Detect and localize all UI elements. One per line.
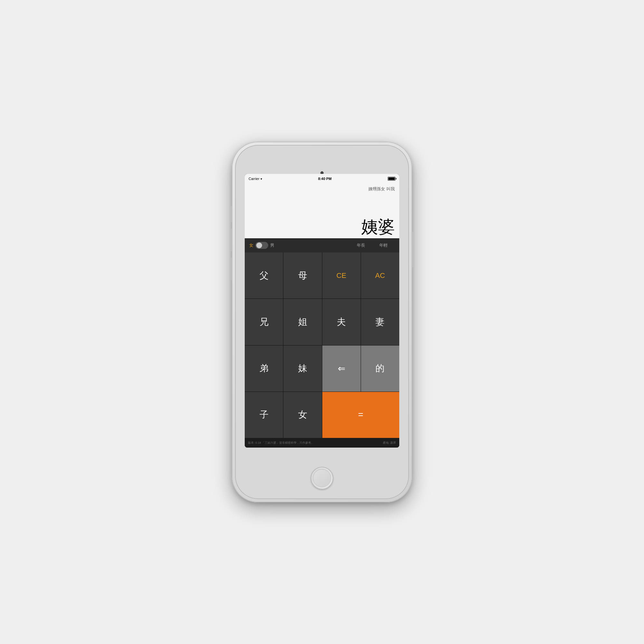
btn-elder-brother[interactable]: 兄 (245, 299, 283, 345)
relationship-path: 姨甥孫女 叫我 (249, 186, 395, 192)
btn-younger-brother[interactable]: 弟 (245, 346, 283, 392)
volume-up-button[interactable] (230, 229, 232, 251)
female-label: 女 (249, 242, 253, 248)
toggle-knob (256, 242, 262, 248)
btn-husband[interactable]: 夫 (322, 299, 361, 345)
btn-backspace[interactable]: ⇐ (322, 346, 361, 392)
young-label: 年輕 (372, 242, 395, 248)
phone-device: Carrier ▾ 8:40 PM 姨甥孫女 叫我 姨婆 女 男 年長 年輕 (232, 142, 412, 502)
btn-ce[interactable]: CE (322, 252, 361, 298)
screen: Carrier ▾ 8:40 PM 姨甥孫女 叫我 姨婆 女 男 年長 年輕 (245, 174, 399, 448)
footer-left-text: 版本: 0.18 「三姑六婆」並非精密科學，只作參考。 (248, 441, 314, 445)
battery-fill (388, 177, 395, 180)
control-bar: 女 男 年長 年輕 (245, 238, 399, 252)
btn-son[interactable]: 子 (245, 392, 283, 438)
btn-father[interactable]: 父 (245, 252, 283, 298)
male-label: 男 (270, 242, 274, 248)
btn-younger-sister[interactable]: 妹 (283, 346, 322, 392)
btn-mother[interactable]: 母 (283, 252, 322, 298)
carrier-label: Carrier ▾ (249, 177, 262, 181)
wifi-icon: ▾ (260, 177, 262, 181)
home-button-inner (313, 469, 331, 487)
carrier-text: Carrier (249, 177, 260, 181)
battery-indicator (388, 177, 395, 181)
result-text: 姨婆 (249, 218, 395, 235)
power-button[interactable] (412, 232, 414, 267)
status-bar: Carrier ▾ 8:40 PM (245, 174, 399, 184)
btn-ac[interactable]: AC (361, 252, 399, 298)
home-button[interactable] (311, 467, 333, 489)
btn-possessive[interactable]: 的 (361, 346, 399, 392)
footer-bar: 版本: 0.18 「三姑六婆」並非精密科學，只作參考。 產地: 新界 (245, 438, 399, 448)
display-area: 姨甥孫女 叫我 姨婆 (245, 184, 399, 238)
mute-button[interactable] (230, 206, 232, 222)
gender-toggle[interactable] (255, 242, 268, 249)
footer-right-text: 產地: 新界 (383, 441, 396, 445)
battery-bar (388, 177, 395, 181)
btn-wife[interactable]: 妻 (361, 299, 399, 345)
btn-daughter[interactable]: 女 (283, 392, 322, 438)
volume-down-button[interactable] (230, 258, 232, 280)
btn-elder-sister[interactable]: 姐 (283, 299, 322, 345)
button-grid: 父 母 CE AC 兄 姐 夫 妻 弟 妹 ⇐ 的 子 女 = (245, 252, 399, 438)
time-label: 8:40 PM (318, 177, 332, 181)
elder-label: 年長 (350, 242, 372, 248)
btn-equals[interactable]: = (322, 392, 400, 438)
